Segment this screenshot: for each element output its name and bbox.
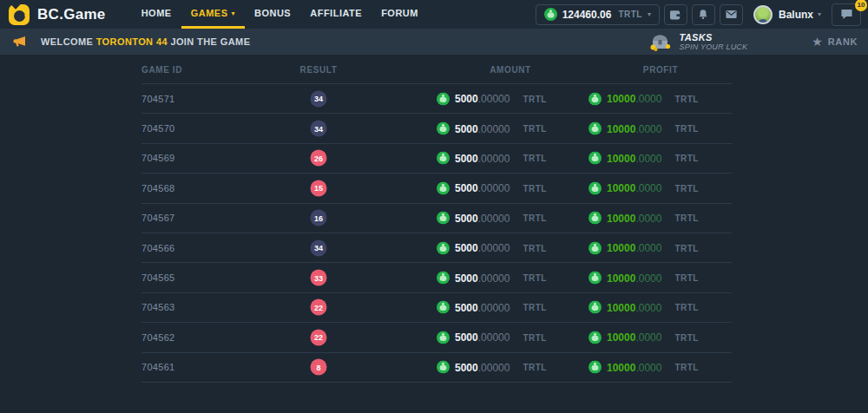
table-header: GAME ID RESULT AMOUNT PROFIT (141, 55, 732, 84)
coin-icon (589, 212, 602, 225)
tasks-widget[interactable]: TASKS SPIN YOUR LUCK (648, 31, 748, 52)
table-row[interactable]: 704565 33 5000.00000 TRTL 10000.0000 TRT… (141, 263, 732, 292)
brand-name[interactable]: BC.Game (37, 6, 106, 23)
coin-icon (589, 152, 602, 165)
tasks-title: TASKS (680, 32, 748, 43)
row-game-id: 704562 (141, 332, 175, 343)
profit-cell: 10000.0000 TRTL (589, 122, 699, 135)
bets-table: GAME ID RESULT AMOUNT PROFIT 704571 34 5… (141, 55, 732, 383)
row-game-id: 704565 (141, 272, 175, 283)
amount-dec: .00000 (478, 242, 510, 254)
amount-int: 5000 (455, 182, 478, 194)
amount-cell: 5000.00000 TRTL (437, 241, 547, 254)
profit-int: 10000 (607, 212, 635, 224)
result-cell: 8 (311, 359, 327, 376)
col-result: RESULT (300, 64, 338, 74)
amount-dec: .00000 (478, 361, 510, 373)
tasks-subtitle: SPIN YOUR LUCK (680, 43, 748, 51)
coin-icon (437, 241, 450, 254)
announcement-text: WELCOME TORONTON 44 JOIN THE GAME (41, 36, 250, 47)
amount-cell: 5000.00000 TRTL (437, 181, 547, 194)
star-icon: ★ (812, 35, 823, 49)
table-row[interactable]: 704570 34 5000.00000 TRTL 10000.0000 TRT… (141, 114, 732, 143)
chat-button[interactable]: 10 (832, 3, 861, 26)
result-cell: 34 (311, 121, 327, 137)
table-row[interactable]: 704569 26 5000.00000 TRTL 10000.0000 TRT… (141, 144, 732, 174)
result-cell: 16 (311, 210, 327, 226)
main-nav: HOME GAMES ▾ BONUS AFFILIATE FORUM (132, 0, 428, 29)
profit-int: 10000 (607, 152, 635, 164)
chevron-down-icon: ▾ (648, 10, 651, 18)
chevron-down-icon: ▾ (818, 10, 821, 18)
coin-icon (437, 181, 450, 194)
nav-item-forum[interactable]: FORUM (372, 0, 428, 29)
announcement-highlight: TORONTON 44 (96, 36, 168, 47)
amount-currency: TRTL (523, 363, 547, 372)
table-row[interactable]: 704561 8 5000.00000 TRTL 10000.0000 TRTL (141, 353, 732, 383)
profit-currency: TRTL (674, 124, 699, 134)
result-badge: 34 (311, 239, 327, 256)
coin-icon (544, 8, 557, 21)
table-row[interactable]: 704571 34 5000.00000 TRTL 10000.0000 TRT… (141, 84, 732, 114)
nav-item-affiliate[interactable]: AFFILIATE (300, 0, 372, 29)
table-row[interactable]: 704567 16 5000.00000 TRTL 10000.0000 TRT… (141, 204, 732, 233)
profit-currency: TRTL (674, 94, 699, 103)
amount-currency: TRTL (523, 213, 547, 223)
profit-dec: .0000 (635, 212, 661, 224)
amount-cell: 5000.00000 TRTL (437, 361, 547, 374)
coin-icon (437, 122, 450, 135)
result-cell: 33 (311, 270, 327, 286)
profit-dec: .0000 (635, 331, 661, 344)
table-row[interactable]: 704566 34 5000.00000 TRTL 10000.0000 TRT… (141, 233, 732, 263)
nav-item-games[interactable]: GAMES ▾ (181, 0, 245, 29)
result-badge: 34 (311, 90, 327, 107)
result-badge: 26 (311, 150, 327, 167)
amount-int: 5000 (455, 361, 478, 373)
navbar: BC.Game HOME GAMES ▾ BONUS AFFILIATE FOR… (0, 0, 868, 29)
rank-label: RANK (828, 36, 858, 47)
table-row[interactable]: 704563 22 5000.00000 TRTL 10000.0000 TRT… (141, 293, 732, 323)
balance-amount: 124460.06 (562, 9, 612, 21)
user-menu[interactable]: Balunx ▾ (753, 5, 821, 24)
nav-item-home[interactable]: HOME (132, 0, 181, 29)
result-badge: 33 (311, 270, 327, 286)
profit-dec: .0000 (635, 93, 661, 105)
table-row[interactable]: 704568 15 5000.00000 TRTL 10000.0000 TRT… (141, 174, 732, 203)
profit-dec: .0000 (635, 361, 661, 373)
amount-int: 5000 (455, 331, 478, 344)
result-cell: 26 (311, 150, 327, 167)
welcome-banner: WELCOME TORONTON 44 JOIN THE GAME TASKS … (0, 29, 868, 55)
profit-cell: 10000.0000 TRTL (589, 152, 699, 165)
coin-icon (589, 331, 602, 344)
wallet-button[interactable] (664, 4, 687, 25)
result-cell: 34 (311, 239, 327, 256)
profit-int: 10000 (607, 272, 635, 284)
brand-logo-icon[interactable] (9, 4, 30, 25)
amount-int: 5000 (455, 212, 478, 224)
amount-int: 5000 (455, 93, 478, 105)
coin-icon (437, 361, 450, 374)
profit-dec: .0000 (635, 301, 661, 313)
messages-button[interactable] (720, 4, 743, 25)
profit-cell: 10000.0000 TRTL (589, 92, 699, 105)
table-row[interactable]: 704562 22 5000.00000 TRTL 10000.0000 TRT… (141, 323, 732, 352)
balance-currency-select[interactable]: TRTL (618, 10, 642, 19)
coin-icon (437, 212, 450, 225)
result-badge: 8 (311, 359, 327, 376)
tasks-text: TASKS SPIN YOUR LUCK (680, 32, 748, 52)
profit-int: 10000 (607, 361, 635, 373)
coin-icon (437, 92, 450, 105)
amount-dec: .00000 (478, 93, 510, 105)
profit-int: 10000 (607, 331, 635, 344)
coin-icon (437, 331, 450, 344)
balance-display[interactable]: 124460.06 TRTL ▾ (536, 4, 660, 25)
row-game-id: 704568 (141, 183, 175, 193)
megaphone-icon (12, 36, 27, 49)
nav-item-bonus[interactable]: BONUS (245, 0, 300, 29)
pacman-b-icon (14, 10, 25, 22)
avatar (753, 5, 773, 24)
rank-widget[interactable]: ★ RANK (812, 35, 858, 49)
amount-currency: TRTL (523, 183, 547, 193)
col-game-id: GAME ID (141, 64, 182, 74)
notifications-button[interactable] (692, 4, 715, 25)
